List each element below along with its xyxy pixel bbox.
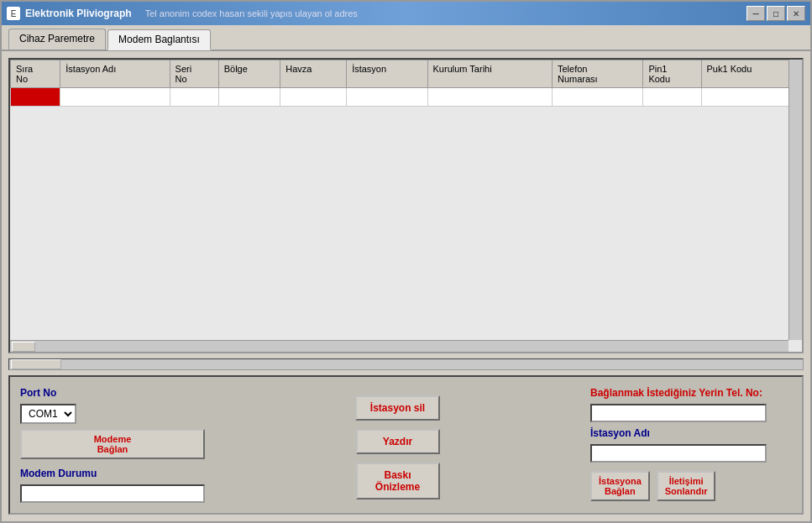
col-pin1-kodu: Pin1Kodu	[643, 60, 701, 88]
tab-modem-baglantisi[interactable]: Modem Baglantısı	[107, 29, 211, 50]
modem-durumu-input[interactable]	[20, 484, 205, 503]
col-seri-no: SeriNo	[170, 60, 218, 88]
col-telefon-numarasi: TelefonNumarası	[552, 60, 642, 88]
modeme-baglan-button[interactable]: ModemeBağlan	[20, 429, 205, 459]
istasyon-adi-label: İstasyon Adı	[590, 427, 792, 439]
cell-pin1	[643, 88, 701, 107]
window-subtitle: Tel anonim codex hasan sekili yapıs ulay…	[145, 8, 358, 18]
title-bar: E Elektronik Pliviograph Tel anonim code…	[2, 2, 810, 25]
cell-sira	[11, 88, 60, 107]
data-table: SıraNo İstasyon Adı SeriNo Bölge Havza İ…	[10, 60, 802, 107]
close-button[interactable]: ✕	[787, 6, 805, 21]
istasyona-baglan-button[interactable]: İstasyonaBağlan	[590, 471, 650, 501]
col-kurulum-tarihi: Kurulum Tarihi	[427, 60, 552, 88]
cell-telefon	[552, 88, 642, 107]
baglanmak-label: Bağlanmak İstediğiniz Yerin Tel. No:	[590, 387, 792, 399]
modem-durumu-label: Modem Durumu	[20, 468, 205, 479]
cell-seri-no	[170, 88, 218, 107]
right-section: Bağlanmak İstediğiniz Yerin Tel. No: İst…	[590, 387, 792, 501]
table-container: SıraNo İstasyon Adı SeriNo Bölge Havza İ…	[8, 58, 804, 353]
iletisimi-sonlandir-button[interactable]: İletişimiSonlandır	[657, 471, 716, 501]
cell-istasyon	[347, 88, 427, 107]
window-controls: ─ □ ✕	[747, 6, 805, 21]
cell-istasyon-adi	[60, 88, 170, 107]
cell-havza	[280, 88, 347, 107]
istasyon-sil-button[interactable]: İstasyon sil	[355, 395, 440, 421]
port-no-label: Port No	[20, 387, 205, 399]
bottom-panel: Port No COM1 COM2 COM3 COM4 ModemeBağlan…	[8, 375, 804, 515]
app-icon: E	[7, 7, 20, 20]
bottom-scrollbar[interactable]	[8, 358, 804, 370]
col-sira-no: SıraNo	[11, 60, 60, 88]
col-puk1-kodu: Puk1 Kodu	[701, 60, 801, 88]
com-select-row: COM1 COM2 COM3 COM4	[20, 404, 205, 424]
main-window: E Elektronik Pliviograph Tel anonim code…	[0, 0, 812, 523]
main-content: SıraNo İstasyon Adı SeriNo Bölge Havza İ…	[2, 51, 810, 521]
baski-onizleme-button[interactable]: BaskıÖnizleme	[356, 463, 440, 499]
middle-section: İstasyon sil Yazdır BaskıÖnizleme	[222, 387, 574, 499]
h-scrollbar[interactable]	[10, 340, 788, 352]
minimize-button[interactable]: ─	[747, 6, 765, 21]
table-header-row: SıraNo İstasyon Adı SeriNo Bölge Havza İ…	[11, 60, 802, 88]
cell-kurulum	[427, 88, 552, 107]
col-bolge: Bölge	[218, 60, 280, 88]
col-istasyon: İstasyon	[347, 60, 427, 88]
istasyon-adi-input[interactable]	[590, 444, 767, 463]
tab-bar: Cihaz Paremetre Modem Baglantısı	[2, 25, 810, 51]
cell-puk1	[701, 88, 801, 107]
cell-bolge	[218, 88, 280, 107]
right-buttons-row: İstasyonaBağlan İletişimiSonlandır	[590, 471, 792, 501]
col-havza: Havza	[280, 60, 347, 88]
yazdir-button[interactable]: Yazdır	[356, 429, 440, 454]
left-section: Port No COM1 COM2 COM3 COM4 ModemeBağlan…	[20, 387, 205, 503]
col-istasyon-adi: İstasyon Adı	[60, 60, 170, 88]
table-row	[11, 88, 802, 107]
v-scrollbar[interactable]	[788, 60, 802, 340]
tab-cihaz-paremetre[interactable]: Cihaz Paremetre	[8, 29, 106, 50]
window-title: Elektronik Pliviograph	[25, 8, 132, 19]
maximize-button[interactable]: □	[767, 6, 785, 21]
tel-no-input[interactable]	[590, 404, 767, 422]
com-port-select[interactable]: COM1 COM2 COM3 COM4	[20, 404, 76, 424]
